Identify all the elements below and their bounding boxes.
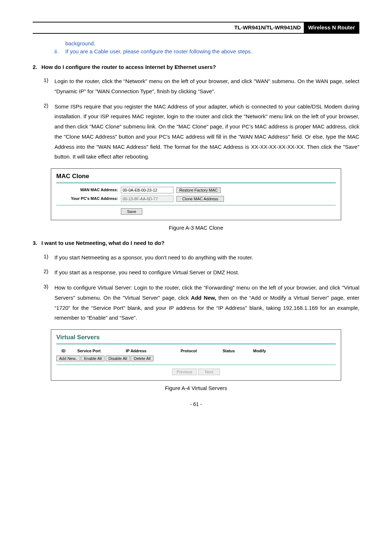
pc-mac-label: Your PC's MAC Address: xyxy=(56,196,121,202)
header-model: TL-WR941N/TL-WR941ND xyxy=(33,23,304,33)
q2-step1-num: 1) xyxy=(44,76,54,97)
divider xyxy=(56,205,336,205)
q3-number: 3. xyxy=(33,239,41,247)
clone-mac-address-button[interactable]: Clone MAC Address xyxy=(176,196,224,202)
col-service: Service Port xyxy=(71,348,107,354)
col-status: Status xyxy=(212,348,245,354)
q3-step-3: 3) How to configure Virtual Server: Logi… xyxy=(44,283,359,323)
delete-all-button[interactable]: Delete All xyxy=(131,356,153,361)
virtual-servers-title: Virtual Servers xyxy=(56,333,336,342)
background-text: background. xyxy=(65,40,359,48)
q3-step3-text: How to configure Virtual Server: Login t… xyxy=(54,283,359,323)
header-product-label: Wireless N Router xyxy=(304,22,359,33)
mac-clone-title: MAC Clone xyxy=(56,172,336,181)
q3-title: I want to use Netmeeting, what do I need… xyxy=(41,239,164,247)
col-modify: Modify xyxy=(245,348,274,354)
q3-step3-addnew: Add New, xyxy=(191,295,216,301)
enable-all-button[interactable]: Enable All xyxy=(81,356,105,361)
q2-step2-text: Some ISPs require that you register the … xyxy=(54,102,359,162)
q3-step1-num: 1) xyxy=(44,253,54,263)
virtual-servers-header-row: ID Service Port IP Address Protocol Stat… xyxy=(56,348,336,354)
q2-step1-text: Login to the router, click the “Network”… xyxy=(54,76,359,97)
prev-list-continuation: background. ii. If you are a Cable user,… xyxy=(54,40,359,56)
question-2: 2. How do I configure the router to acce… xyxy=(33,63,359,71)
q2-step2-num: 2) xyxy=(44,102,54,162)
q3-step-1: 1) If you start Netmeeting as a sponsor,… xyxy=(44,253,359,263)
q3-step-2: 2) If you start as a response, you need … xyxy=(44,267,359,278)
page-number: - 61 - xyxy=(33,401,359,408)
q3-step3-num: 3) xyxy=(44,283,54,323)
col-proto: Protocol xyxy=(165,348,212,354)
figure-a4-virtual-servers: Virtual Servers ID Service Port IP Addre… xyxy=(51,329,341,381)
q2-title: How do I configure the router to access … xyxy=(41,63,216,71)
divider xyxy=(56,182,336,183)
wan-mac-label: WAN MAC Address: xyxy=(56,187,121,193)
restore-factory-mac-button[interactable]: Restore Factory MAC xyxy=(176,187,221,193)
next-button: Next xyxy=(198,369,220,375)
q3-step2-text: If you start as a response, you need to … xyxy=(54,267,359,278)
page-header: TL-WR941N/TL-WR941ND Wireless N Router xyxy=(33,22,359,34)
add-new-button[interactable]: Add New.. xyxy=(56,356,80,361)
question-3: 3. I want to use Netmeeting, what do I n… xyxy=(33,239,359,247)
pc-mac-input xyxy=(121,196,173,202)
figure-a3-caption: Figure A-3 MAC Clone xyxy=(33,224,359,232)
figure-a4-caption: Figure A-4 Virtual Servers xyxy=(33,384,359,393)
divider xyxy=(56,365,336,365)
q2-step-2: 2) Some ISPs require that you register t… xyxy=(44,102,359,162)
wan-mac-input[interactable] xyxy=(121,187,173,193)
disable-all-button[interactable]: Disable All xyxy=(106,356,130,361)
q3-step1-text: If you start Netmeeting as a sponsor, yo… xyxy=(54,253,359,263)
q2-step-1: 1) Login to the router, click the “Netwo… xyxy=(44,76,359,97)
divider xyxy=(56,344,336,344)
q3-step2-num: 2) xyxy=(44,267,54,278)
q2-number: 2. xyxy=(33,63,41,71)
save-button[interactable]: Save xyxy=(121,208,142,215)
roman-ii-text: If you are a Cable user, please configur… xyxy=(65,48,252,56)
col-id: ID xyxy=(56,348,71,354)
figure-a3-mac-clone: MAC Clone WAN MAC Address: Restore Facto… xyxy=(51,168,341,220)
roman-ii-num: ii. xyxy=(54,48,65,56)
col-ip: IP Address xyxy=(107,348,165,354)
virtual-servers-buttons: Add New.. Enable All Disable All Delete … xyxy=(56,355,336,362)
previous-button: Previous xyxy=(172,369,197,375)
